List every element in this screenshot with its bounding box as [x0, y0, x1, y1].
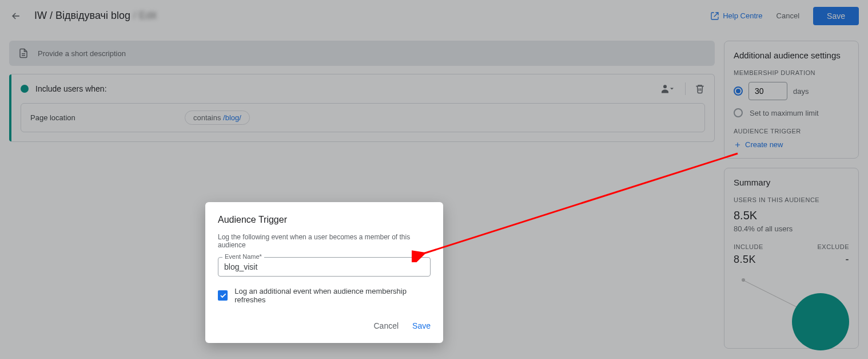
- audience-trigger-modal: Audience Trigger Log the following event…: [205, 202, 443, 343]
- log-refresh-label: Log an additional event when audience me…: [234, 287, 431, 304]
- modal-title: Audience Trigger: [218, 215, 431, 225]
- event-name-input[interactable]: [218, 257, 431, 277]
- log-refresh-checkbox[interactable]: [218, 290, 228, 301]
- event-name-label: Event Name*: [222, 253, 264, 260]
- modal-hint: Log the following event when a user beco…: [218, 233, 431, 249]
- modal-cancel-button[interactable]: Cancel: [373, 318, 399, 334]
- modal-save-button[interactable]: Save: [412, 318, 431, 334]
